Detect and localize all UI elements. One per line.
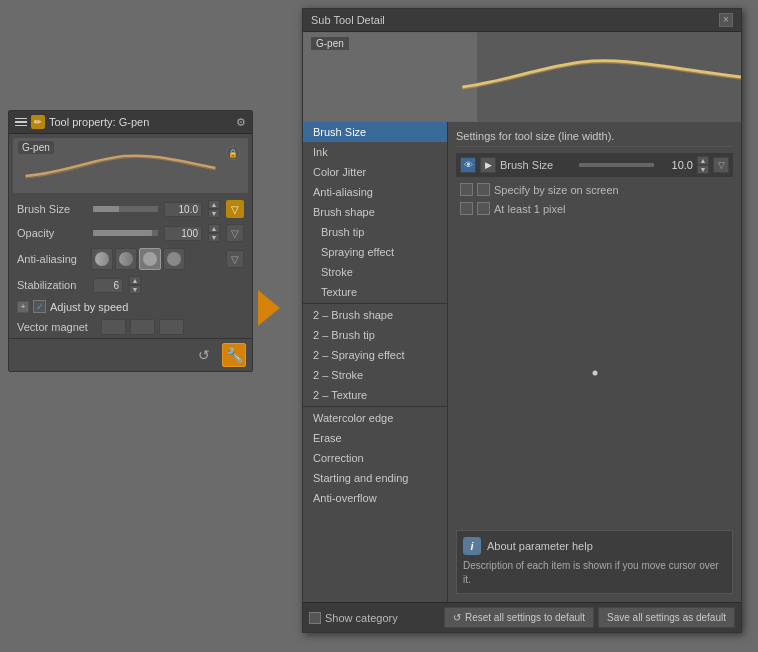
tool-property-panel: ✏ Tool property: G-pen ⚙ G-pen 🔒 Brush S… — [8, 110, 253, 372]
pen-tool-icon: ✏ — [31, 115, 45, 129]
adjust-speed-label: Adjust by speed — [50, 301, 128, 313]
aa-btn-3[interactable] — [139, 248, 161, 270]
sidebar-item-ink[interactable]: Ink — [303, 142, 447, 162]
aa-btn-2[interactable] — [115, 248, 137, 270]
dialog-sidebar: Brush Size Ink Color Jitter Anti-aliasin… — [303, 122, 448, 602]
pen-preview: G-pen 🔒 — [13, 138, 248, 193]
param-expand-btn[interactable]: ▽ — [713, 157, 729, 173]
visibility-toggle[interactable]: 👁 — [460, 157, 476, 173]
brush-size-input[interactable] — [164, 202, 202, 217]
brush-size-param-value: 10.0 — [658, 159, 693, 171]
sidebar-item-brush-tip[interactable]: Brush tip — [303, 222, 447, 242]
sidebar-item-brush-size[interactable]: Brush Size — [303, 122, 447, 142]
aa-btn-1[interactable] — [91, 248, 113, 270]
show-category-checkbox[interactable] — [309, 612, 321, 624]
panel-title: Tool property: G-pen — [49, 116, 232, 128]
save-btn-label: Save all settings as default — [607, 612, 726, 623]
brush-size-slider[interactable] — [93, 206, 158, 212]
opacity-expand[interactable]: ▽ — [226, 224, 244, 242]
sidebar-item-2-spraying-effect[interactable]: 2 – Spraying effect — [303, 345, 447, 365]
option-checkbox-2[interactable] — [477, 183, 490, 196]
sidebar-item-watercolor-edge[interactable]: Watercolor edge — [303, 408, 447, 428]
aa-label: Anti-aliasing — [17, 253, 87, 265]
lock-icon[interactable]: 🔒 — [226, 146, 240, 160]
stabilization-spinner[interactable]: ▲▼ — [129, 276, 141, 294]
panel-header: ✏ Tool property: G-pen ⚙ — [9, 111, 252, 134]
brush-size-spinner[interactable]: ▲▼ — [208, 200, 220, 218]
reset-icon-btn[interactable]: ↺ — [192, 343, 216, 367]
option2-label: At least 1 pixel — [494, 203, 566, 215]
sidebar-item-anti-overflow[interactable]: Anti-overflow — [303, 488, 447, 508]
stabilization-input[interactable] — [93, 278, 123, 293]
reset-icon: ↺ — [453, 612, 461, 623]
opacity-spinner[interactable]: ▲▼ — [208, 224, 220, 242]
close-button[interactable]: × — [719, 13, 733, 27]
sidebar-item-spraying-effect[interactable]: Spraying effect — [303, 242, 447, 262]
brush-size-param-slider[interactable] — [579, 163, 654, 167]
brush-size-row: Brush Size ▲▼ ▽ — [9, 197, 252, 221]
sidebar-item-starting-ending[interactable]: Starting and ending — [303, 468, 447, 488]
sidebar-item-erase[interactable]: Erase — [303, 428, 447, 448]
vector-btn-2[interactable] — [130, 319, 155, 335]
sub-tool-detail-dialog: Sub Tool Detail × G-pen Brush Size Ink C… — [302, 8, 742, 633]
adjust-speed-row: + Adjust by speed — [9, 297, 252, 316]
pen-name-label: G-pen — [18, 141, 54, 154]
stabilization-row: Stabilization ▲▼ — [9, 273, 252, 297]
sidebar-item-color-jitter[interactable]: Color Jitter — [303, 162, 447, 182]
vector-magnet-label: Vector magnet — [17, 321, 97, 333]
panel-footer: ↺ 🔧 — [9, 338, 252, 371]
content-title: Settings for tool size (line width). — [456, 130, 733, 147]
vector-btn-1[interactable] — [101, 319, 126, 335]
option-checkbox-3[interactable] — [460, 202, 473, 215]
option1-label: Specify by size on screen — [494, 184, 619, 196]
sidebar-item-2-texture[interactable]: 2 – Texture — [303, 385, 447, 405]
sidebar-item-texture[interactable]: Texture — [303, 282, 447, 302]
dialog-content: Settings for tool size (line width). 👁 ▶… — [448, 122, 741, 602]
menu-icon[interactable] — [15, 118, 27, 127]
show-category-label: Show category — [325, 612, 398, 624]
opacity-row: Opacity ▲▼ ▽ — [9, 221, 252, 245]
aa-buttons — [91, 248, 185, 270]
opacity-input[interactable] — [164, 226, 202, 241]
show-category-row: Show category — [309, 612, 440, 624]
brush-size-param-label: Brush Size — [500, 159, 575, 171]
adjust-speed-checkbox[interactable] — [33, 300, 46, 313]
help-section: i About parameter help Description of ea… — [456, 530, 733, 594]
preview-label: G-pen — [311, 37, 349, 50]
info-icon: i — [463, 537, 481, 555]
brush-size-expand[interactable]: ▽ — [226, 200, 244, 218]
sidebar-item-2-brush-tip[interactable]: 2 – Brush tip — [303, 325, 447, 345]
option-row-1: Specify by size on screen — [456, 183, 733, 196]
arrow-indicator — [258, 290, 280, 326]
sidebar-item-2-brush-shape[interactable]: 2 – Brush shape — [303, 305, 447, 325]
sidebar-item-brush-shape[interactable]: Brush shape — [303, 202, 447, 222]
sidebar-item-anti-aliasing[interactable]: Anti-aliasing — [303, 182, 447, 202]
option-checkbox-4[interactable] — [477, 202, 490, 215]
aa-btn-4[interactable] — [163, 248, 185, 270]
save-all-btn[interactable]: Save all settings as default — [598, 607, 735, 628]
stabilization-label: Stabilization — [17, 279, 87, 291]
brush-size-param-spinner[interactable]: ▲▼ — [697, 156, 709, 174]
dialog-titlebar: Sub Tool Detail × — [303, 9, 741, 32]
content-area — [456, 221, 733, 524]
reset-all-btn[interactable]: ↺ Reset all settings to default — [444, 607, 594, 628]
option-row-2: At least 1 pixel — [456, 202, 733, 215]
aa-expand[interactable]: ▽ — [226, 250, 244, 268]
opacity-label: Opacity — [17, 227, 87, 239]
settings-icon[interactable]: ⚙ — [236, 116, 246, 129]
adjust-expand-icon[interactable]: + — [17, 301, 29, 313]
sidebar-item-2-stroke[interactable]: 2 – Stroke — [303, 365, 447, 385]
anti-aliasing-row: Anti-aliasing ▽ — [9, 245, 252, 273]
help-header: i About parameter help — [463, 537, 726, 555]
help-title: About parameter help — [487, 540, 593, 552]
reset-btn-label: Reset all settings to default — [465, 612, 585, 623]
wrench-icon-btn[interactable]: 🔧 — [222, 343, 246, 367]
opacity-slider[interactable] — [93, 230, 158, 236]
dialog-body: Brush Size Ink Color Jitter Anti-aliasin… — [303, 122, 741, 602]
sidebar-item-stroke[interactable]: Stroke — [303, 262, 447, 282]
option-checkbox-1[interactable] — [460, 183, 473, 196]
dialog-title: Sub Tool Detail — [311, 14, 385, 26]
param-arrow[interactable]: ▶ — [480, 157, 496, 173]
vector-btn-3[interactable] — [159, 319, 184, 335]
sidebar-item-correction[interactable]: Correction — [303, 448, 447, 468]
